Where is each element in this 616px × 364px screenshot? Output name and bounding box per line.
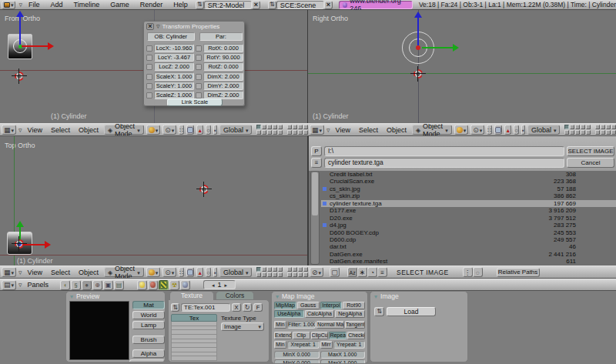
panels-menu[interactable]: Panels bbox=[25, 281, 52, 289]
texture-name-field[interactable]: TE:Tex.001 bbox=[181, 303, 230, 312]
pivot-center-icon[interactable] bbox=[179, 267, 184, 277]
lock-icon[interactable] bbox=[146, 55, 152, 61]
editor-type-icon[interactable] bbox=[310, 267, 323, 277]
location-field[interactable]: LocZ: 2.000 bbox=[154, 62, 194, 71]
load-image-button[interactable]: Load bbox=[387, 307, 436, 316]
delete-scene-icon[interactable] bbox=[324, 1, 333, 9]
clear-texture-button[interactable]: X bbox=[232, 303, 241, 312]
file-row[interactable]: CrucialScan.exe 223 368 bbox=[321, 178, 616, 185]
lock-icon[interactable] bbox=[146, 45, 152, 52]
texture-channel-stepper[interactable]: 1 bbox=[203, 280, 236, 289]
radiosity-buttons-icon[interactable] bbox=[169, 280, 179, 290]
sort-extension-icon[interactable] bbox=[357, 267, 367, 277]
draw-type-dropdown[interactable] bbox=[454, 125, 469, 135]
x-axis-arrow[interactable] bbox=[22, 244, 46, 245]
stepper-right-icon[interactable] bbox=[225, 281, 228, 289]
bookmarks-icon[interactable] bbox=[311, 158, 322, 168]
crop-min-field[interactable]: MinX 0.000 bbox=[274, 351, 320, 359]
layer-button[interactable] bbox=[298, 267, 303, 272]
layer-button[interactable] bbox=[581, 130, 585, 135]
alpha-toggle-button[interactable]: UseAlpha bbox=[274, 310, 304, 318]
layer-button[interactable] bbox=[575, 130, 580, 135]
dimension-field[interactable]: DimX: 2.000 bbox=[203, 72, 243, 81]
layer-button[interactable] bbox=[575, 125, 580, 129]
crop-max-field[interactable]: MaxY 1.000 bbox=[320, 359, 366, 364]
rotate-manipulator-icon[interactable] bbox=[514, 125, 519, 135]
extension-mode-button[interactable]: Checker bbox=[347, 332, 365, 339]
preview-type-button[interactable]: Default Var bbox=[129, 359, 165, 362]
stepper-left-icon[interactable] bbox=[212, 281, 215, 289]
layer-button[interactable] bbox=[267, 272, 272, 277]
header-collapse-icon[interactable] bbox=[326, 126, 330, 134]
lock-icon[interactable] bbox=[196, 45, 202, 52]
scene-browse-icon[interactable] bbox=[268, 1, 276, 9]
layer-button[interactable] bbox=[267, 130, 272, 135]
layer-button[interactable] bbox=[287, 130, 292, 135]
mirror-toggle[interactable]: Mirr bbox=[320, 341, 333, 349]
layer-button[interactable] bbox=[586, 130, 591, 135]
auto-name-icon[interactable] bbox=[243, 303, 252, 312]
window-type-dropdown[interactable] bbox=[2, 1, 15, 9]
rotation-field[interactable]: RotX: 0.000 bbox=[203, 44, 243, 52]
layer-button[interactable] bbox=[611, 130, 616, 135]
collapse-icon[interactable] bbox=[374, 292, 377, 300]
layer-button[interactable] bbox=[267, 125, 272, 129]
viewport-top[interactable]: Top Ortho (1) Cylinder bbox=[0, 136, 308, 265]
layer-button[interactable] bbox=[564, 130, 569, 135]
file-list-scrollbar[interactable] bbox=[310, 171, 320, 265]
texture-channel-slot[interactable] bbox=[171, 356, 217, 361]
normal-space-dropdown[interactable]: Tangent bbox=[345, 321, 365, 329]
show-hidden-icon[interactable] bbox=[463, 267, 473, 277]
map-toggle-button[interactable]: MipMap bbox=[274, 302, 296, 309]
3d-cursor[interactable] bbox=[199, 185, 209, 194]
layer-button[interactable] bbox=[256, 272, 261, 277]
extension-mode-button[interactable]: Repeat bbox=[329, 332, 346, 339]
menu-item[interactable]: Render bbox=[140, 1, 163, 8]
panel-header[interactable]: Preview bbox=[66, 292, 165, 301]
rotation-field[interactable]: RotY: 90.000 bbox=[203, 53, 243, 62]
layer-button[interactable] bbox=[606, 130, 611, 135]
layer-button[interactable] bbox=[298, 130, 303, 135]
layer-button[interactable] bbox=[287, 125, 292, 129]
file-row[interactable]: D600 BOGEY.cdp 245 553 bbox=[321, 229, 616, 236]
alpha-toggle-button[interactable]: NegAlpha bbox=[335, 310, 365, 318]
map-toggle-button[interactable]: Rot90 bbox=[343, 302, 365, 309]
menu-item[interactable]: Timeline bbox=[74, 1, 100, 8]
file-row[interactable]: cs_skin.jpg 57 188 bbox=[321, 185, 616, 192]
file-row[interactable]: Credit Isabel.txt 308 bbox=[321, 171, 616, 178]
object-name-field[interactable]: OB: Cylinder bbox=[147, 32, 195, 41]
location-field[interactable]: LocY: -3.467 bbox=[154, 53, 194, 62]
3d-cursor[interactable] bbox=[413, 69, 423, 78]
lock-icon[interactable] bbox=[196, 64, 202, 70]
select-image-button[interactable]: SELECT IMAGE bbox=[567, 146, 614, 156]
parent-field[interactable]: Par: bbox=[199, 32, 243, 41]
file-row[interactable]: D20.exe 3 797 512 bbox=[321, 215, 616, 222]
lock-icon[interactable] bbox=[196, 74, 202, 80]
scale-manipulator-icon[interactable] bbox=[213, 267, 217, 277]
screen-name-field[interactable]: SR:2-Model bbox=[204, 1, 252, 9]
filename-field[interactable]: cylinder texture.tga bbox=[324, 158, 564, 168]
layer-button[interactable] bbox=[278, 272, 283, 277]
header-collapse-icon[interactable] bbox=[18, 281, 22, 289]
context-scene-icon[interactable] bbox=[114, 280, 124, 290]
layer-button[interactable] bbox=[570, 125, 574, 129]
lock-icon[interactable] bbox=[146, 74, 152, 80]
transform-properties-panel[interactable]: Transform Properties OB: Cylinder Par: L… bbox=[143, 21, 245, 106]
crop-min-field[interactable]: MinY 0.000 bbox=[274, 359, 320, 364]
thumbnail-view-icon[interactable] bbox=[330, 267, 340, 277]
menu-item[interactable]: Help bbox=[173, 1, 188, 8]
view-menu[interactable]: View bbox=[25, 269, 45, 276]
relative-paths-button[interactable]: Relative Paths bbox=[497, 268, 540, 277]
layer-button[interactable] bbox=[287, 272, 292, 277]
context-object-icon[interactable] bbox=[92, 280, 102, 290]
context-editing-icon[interactable] bbox=[103, 280, 113, 290]
select-menu[interactable]: Select bbox=[48, 269, 73, 276]
file-row[interactable]: D177.exe 3 916 209 bbox=[321, 207, 616, 214]
file-row[interactable]: d4.jpg 283 275 bbox=[321, 222, 616, 229]
manipulator-hand-icon[interactable] bbox=[186, 267, 194, 277]
layer-button[interactable] bbox=[273, 272, 277, 277]
layer-button[interactable] bbox=[595, 125, 600, 129]
layer-button[interactable] bbox=[256, 130, 261, 135]
object-menu[interactable]: Object bbox=[75, 269, 102, 276]
location-field[interactable]: LocX: -10.960 bbox=[154, 44, 194, 52]
